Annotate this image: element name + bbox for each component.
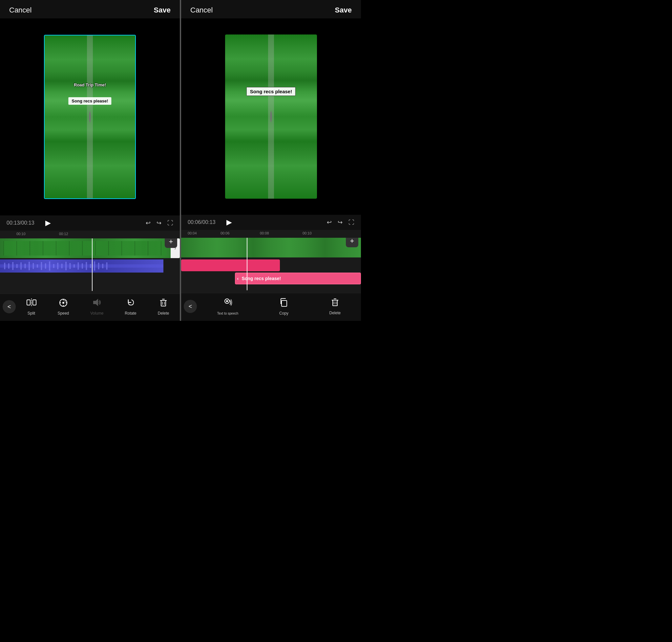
svg-rect-24	[98, 263, 100, 269]
left-timeline-area: 00:10 00:12 › +	[0, 231, 180, 294]
svg-rect-12	[49, 261, 50, 271]
left-timeline-tracks: › +	[0, 239, 180, 291]
left-video-preview: Road Trip Time! Song recs please!	[0, 18, 180, 215]
left-video-frame: Road Trip Time! Song recs please!	[44, 35, 136, 199]
svg-rect-23	[94, 261, 95, 271]
left-volume-button[interactable]: Volume	[90, 298, 103, 316]
speed-label: Speed	[58, 311, 69, 316]
svg-rect-16	[65, 262, 67, 270]
right-track-chevron: ‹	[237, 276, 239, 281]
right-timeline-tracks: + ‹ Song recs please!	[181, 238, 361, 290]
right-delete-label: Delete	[329, 311, 341, 315]
svg-rect-14	[57, 263, 58, 269]
svg-rect-26	[106, 262, 108, 270]
right-ruler-tick-1: 00:04	[188, 231, 197, 235]
right-bottom-toolbar: < Text to speech	[181, 293, 361, 321]
left-ruler-tick-2: 00:12	[59, 232, 68, 236]
right-save-button[interactable]: Save	[335, 6, 352, 14]
svg-point-31	[62, 302, 64, 304]
right-video-frame: Song recs please!	[225, 35, 317, 199]
svg-rect-27	[27, 300, 30, 305]
volume-icon	[92, 298, 102, 309]
copy-icon	[279, 297, 289, 309]
rotate-label: Rotate	[125, 311, 136, 316]
left-undo-button[interactable]: ↩	[146, 219, 150, 227]
left-back-button[interactable]: <	[3, 300, 16, 313]
svg-rect-1	[4, 263, 5, 269]
svg-rect-25	[102, 264, 103, 268]
svg-rect-10	[41, 262, 42, 270]
svg-line-36	[64, 300, 66, 301]
svg-rect-8	[33, 263, 34, 269]
svg-rect-18	[74, 264, 75, 268]
left-delete-button[interactable]: Delete	[158, 298, 169, 316]
right-timeline-area: 00:04 00:06 00:08 00:10 +	[181, 230, 361, 293]
text-to-speech-label: Text to speech	[217, 312, 238, 315]
svg-rect-20	[82, 264, 83, 269]
right-pink-track-wide[interactable]	[181, 259, 280, 271]
right-delete-button[interactable]: Delete	[329, 297, 341, 315]
svg-rect-9	[37, 264, 38, 268]
left-road-line	[87, 36, 93, 198]
right-video-strip	[181, 238, 361, 257]
left-playback-row: 00:13/00:13 ▶ ↩ ↪ ⛶	[0, 215, 180, 231]
right-playhead-line	[247, 238, 247, 290]
left-save-button[interactable]: Save	[154, 6, 171, 14]
svg-rect-11	[45, 264, 46, 269]
left-text-overlay-title[interactable]: Road Trip Time!	[70, 81, 109, 89]
left-add-track-button[interactable]: +	[165, 239, 177, 248]
rotate-icon	[126, 298, 135, 309]
svg-rect-3	[12, 262, 13, 270]
svg-rect-15	[61, 264, 63, 268]
split-label: Split	[28, 311, 35, 316]
svg-marker-37	[93, 299, 98, 305]
right-fullscreen-button[interactable]: ⛶	[348, 219, 354, 226]
left-header: Cancel Save	[0, 0, 180, 18]
svg-rect-4	[16, 264, 18, 268]
left-fullscreen-button[interactable]: ⛶	[167, 220, 173, 227]
left-audio-waveform	[0, 259, 163, 272]
svg-rect-46	[333, 300, 337, 306]
text-to-speech-icon	[223, 298, 233, 310]
delete-label: Delete	[158, 311, 169, 316]
right-text-to-speech-button[interactable]: Text to speech	[217, 298, 238, 315]
right-road-line	[268, 35, 274, 199]
svg-rect-6	[25, 264, 26, 268]
left-toolbar-items: Split Speed	[16, 298, 180, 316]
left-cancel-button[interactable]: Cancel	[9, 6, 31, 14]
left-playhead-line	[92, 239, 93, 291]
split-icon	[27, 298, 37, 309]
right-text-track-label: Song recs please!	[241, 276, 281, 281]
left-text-overlay-subtitle[interactable]: Song recs please!	[68, 97, 111, 105]
right-panel: Cancel Save Song recs please! 00:06/00:1…	[181, 0, 361, 321]
left-bottom-toolbar: < Split	[0, 294, 180, 321]
right-header: Cancel Save	[181, 0, 361, 18]
right-copy-button[interactable]: Copy	[279, 297, 289, 316]
left-play-button[interactable]: ▶	[45, 219, 51, 227]
right-selected-text-track[interactable]: ‹ Song recs please!	[235, 272, 361, 284]
right-redo-button[interactable]: ↪	[338, 219, 343, 226]
right-text-overlay[interactable]: Song recs please!	[247, 87, 295, 96]
right-back-button[interactable]: <	[184, 300, 197, 313]
right-video-track	[181, 238, 361, 257]
left-speed-button[interactable]: Speed	[58, 298, 69, 316]
svg-rect-38	[161, 300, 166, 306]
left-ruler: 00:10 00:12	[0, 231, 180, 239]
left-time-display: 00:13/00:13	[6, 220, 39, 226]
right-add-track-button[interactable]: +	[346, 238, 358, 247]
right-play-button[interactable]: ▶	[226, 218, 232, 227]
right-video-preview: Song recs please!	[181, 18, 361, 215]
left-video-strip	[0, 239, 180, 258]
right-cancel-button[interactable]: Cancel	[190, 6, 213, 14]
left-redo-button[interactable]: ↪	[157, 219, 161, 227]
right-undo-button[interactable]: ↩	[327, 219, 332, 226]
svg-rect-13	[53, 264, 54, 268]
left-rotate-button[interactable]: Rotate	[125, 298, 136, 316]
svg-rect-2	[8, 264, 10, 269]
right-ruler-tick-2: 00:06	[221, 231, 230, 235]
speed-icon	[58, 298, 68, 309]
svg-rect-19	[78, 262, 79, 270]
svg-rect-17	[69, 263, 71, 269]
left-ruler-tick-1: 00:10	[16, 232, 26, 236]
left-split-button[interactable]: Split	[27, 298, 37, 316]
